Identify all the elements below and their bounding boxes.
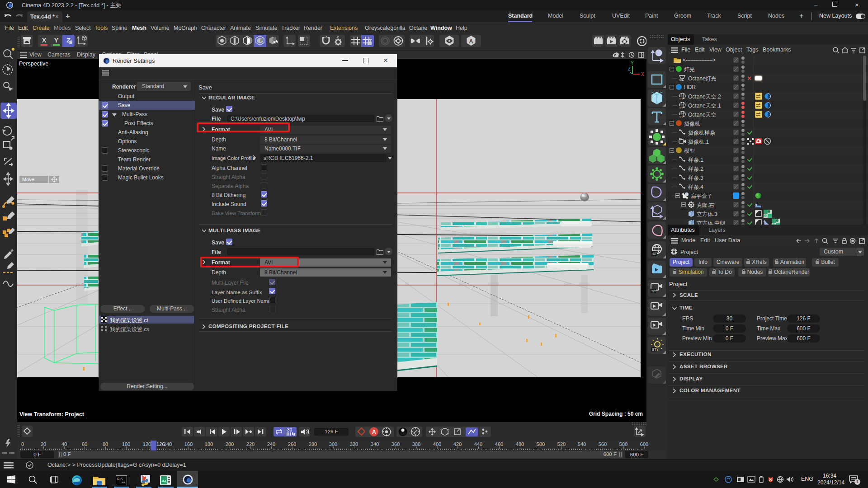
svg-text:X: X [641,72,644,77]
svg-text:ST: ST [651,289,656,293]
svg-text:ST: ST [679,115,683,118]
svg-text:Z: Z [628,66,631,71]
svg-text:Y: Y [631,61,634,66]
svg-text:C:\_: C:\_ [117,477,125,481]
svg-text:ST: ST [679,97,683,100]
svg-text:ST: ST [652,252,657,256]
svg-text:A: A [469,38,473,45]
svg-text:ST: ST [652,347,656,352]
svg-text:A: A [372,429,376,435]
svg-text:ST: ST [679,79,683,81]
svg-text:ST: ST [679,106,683,109]
